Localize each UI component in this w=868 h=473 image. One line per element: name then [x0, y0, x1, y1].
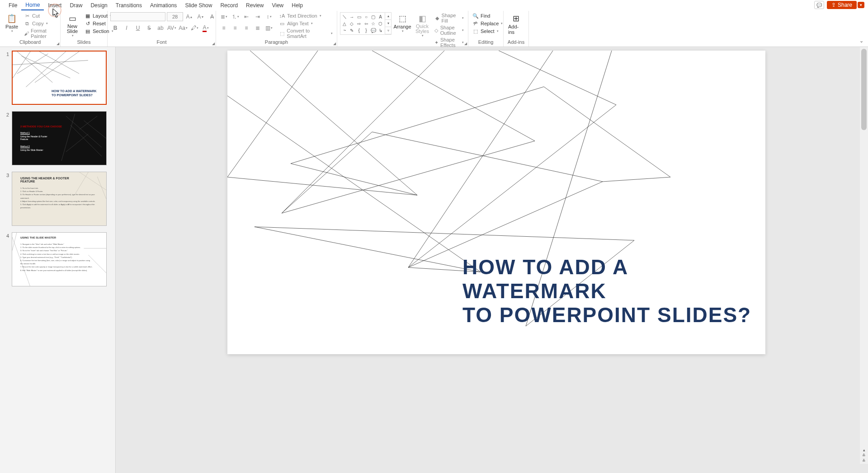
- bullets-button[interactable]: ≣▾: [219, 12, 229, 21]
- drawing-launcher[interactable]: ◢: [464, 42, 467, 46]
- scrollbar-thumb[interactable]: [861, 49, 867, 130]
- columns-button[interactable]: ▥▾: [264, 23, 274, 33]
- arrange-label: Arrange: [393, 24, 411, 29]
- share-dropdown[interactable]: ▾: [858, 2, 864, 8]
- cut-label: Cut: [32, 13, 40, 19]
- group-drawing: ＼ → ▭ ○ ▢ A △ ◇ ⇨ ⇦ ☆ ⬡ ~ ✎ { } 💬: [337, 11, 468, 47]
- font-color-button[interactable]: A▾: [201, 23, 211, 33]
- scroll-up-icon[interactable]: ▴: [863, 448, 865, 452]
- font-size-input[interactable]: [167, 12, 183, 21]
- slide-thumb-3[interactable]: USING THE HEADER & FOOTER FEATURE 1. Go …: [12, 172, 107, 226]
- align-text-button[interactable]: ▭Align Text▾: [278, 20, 334, 27]
- paragraph-launcher[interactable]: ◢: [333, 42, 336, 46]
- svg-line-42: [291, 164, 417, 195]
- char-spacing-button[interactable]: AV▾: [167, 23, 177, 33]
- italic-button[interactable]: I: [122, 23, 132, 33]
- font-launcher[interactable]: ◢: [212, 42, 215, 46]
- scroll-next-slide-icon[interactable]: ≚: [862, 459, 866, 463]
- shrink-font-button[interactable]: A▼: [196, 12, 206, 21]
- tab-design[interactable]: Design: [86, 1, 111, 10]
- slide-thumb-4[interactable]: USING THE SLIDE MASTER 1. Navigate to th…: [12, 232, 107, 286]
- replace-button[interactable]: ᵃ⁄ᵇReplace▾: [471, 20, 504, 27]
- shape-rect-icon: ▭: [356, 14, 363, 20]
- slide-thumbnails-panel[interactable]: 1 HOW TO ADD A WATERMARK TO POWERPOINT S…: [0, 47, 116, 473]
- svg-line-22: [227, 51, 318, 177]
- addins-button[interactable]: ⊞ Add-ins: [506, 12, 526, 36]
- tab-animations[interactable]: Animations: [146, 1, 181, 10]
- shape-outline-label: Shape Outline: [440, 25, 460, 36]
- align-left-button[interactable]: ≡: [219, 23, 229, 33]
- fill-icon: ◆: [434, 15, 440, 21]
- slide-thumb-2[interactable]: 2 METHODS YOU CAN CHOOSE Method 1 Using …: [12, 111, 107, 165]
- line-spacing-button[interactable]: ↕▾: [264, 12, 274, 21]
- format-painter-button[interactable]: 🖌Format Painter: [23, 28, 57, 39]
- shape-fill-button[interactable]: ◆Shape Fill▾: [433, 12, 465, 24]
- thumb-number: 1: [5, 51, 9, 57]
- select-button[interactable]: ⬚Select▾: [471, 28, 504, 35]
- grow-font-button[interactable]: A▲: [184, 12, 194, 21]
- shape-outline-button[interactable]: ◇Shape Outline▾: [433, 24, 465, 36]
- align-right-button[interactable]: ≡: [241, 23, 251, 33]
- text-direction-icon: ↕A: [279, 13, 285, 19]
- clear-format-button[interactable]: A̶: [207, 12, 217, 21]
- tab-transitions[interactable]: Transitions: [112, 1, 146, 10]
- svg-line-24: [282, 51, 444, 213]
- paste-button[interactable]: 📋 Paste ▾: [3, 12, 21, 34]
- comments-button[interactable]: 💬: [814, 1, 824, 9]
- underline-button[interactable]: U: [133, 23, 143, 33]
- align-center-button[interactable]: ≡: [230, 23, 240, 33]
- vertical-scrollbar[interactable]: ▴ ≙ ≚: [860, 47, 868, 464]
- thumb4-title: USING THE SLIDE MASTER: [20, 236, 56, 239]
- editing-group-label: Editing: [471, 39, 500, 46]
- scroll-prev-slide-icon[interactable]: ≙: [862, 453, 866, 458]
- tab-help[interactable]: Help: [288, 1, 307, 10]
- shape-callout-icon: 💬: [370, 27, 377, 33]
- find-button[interactable]: 🔍Find: [471, 12, 504, 19]
- shape-hex-icon: ⬡: [377, 20, 384, 27]
- slide-title-text[interactable]: HOW TO ADD A WATERMARK TO POWERPOINT SLI…: [462, 255, 765, 327]
- share-label: Share: [838, 2, 852, 8]
- text-direction-button[interactable]: ↕AText Direction▾: [278, 12, 334, 19]
- change-case-button[interactable]: Aa▾: [178, 23, 188, 33]
- convert-smartart-button[interactable]: ⬚Convert to SmartArt▾: [278, 28, 334, 39]
- highlight-button[interactable]: 🖍▾: [189, 23, 199, 33]
- shadow-button[interactable]: ab: [156, 23, 165, 33]
- tab-file[interactable]: File: [5, 1, 21, 10]
- shapes-scroll[interactable]: ▴▾▿: [385, 12, 392, 35]
- mouse-cursor: [52, 8, 60, 18]
- increase-indent-button[interactable]: ⇥: [253, 12, 263, 21]
- slide-canvas[interactable]: HOW TO ADD A WATERMARK TO POWERPOINT SLI…: [227, 51, 765, 354]
- svg-line-33: [282, 141, 535, 213]
- group-slides: ▭ New Slide ▾ ▦Layout▾ ↺Reset ▤Section▾ …: [61, 11, 108, 47]
- collapse-ribbon-button[interactable]: ⌄: [859, 38, 863, 44]
- tab-draw[interactable]: Draw: [66, 1, 86, 10]
- tab-view[interactable]: View: [268, 1, 288, 10]
- tab-review[interactable]: Review: [242, 1, 268, 10]
- new-slide-button[interactable]: ▭ New Slide ▾: [63, 12, 81, 38]
- outline-icon: ◇: [434, 27, 439, 33]
- arrange-button[interactable]: ⬚ Arrange▾: [393, 12, 411, 34]
- font-name-input[interactable]: [110, 12, 165, 21]
- shape-brace-icon: {: [356, 27, 363, 33]
- ribbon: 📋 Paste ▾ ✂Cut ⧉Copy▾ 🖌Format Painter Cl…: [0, 11, 868, 47]
- quick-styles-button[interactable]: ◧ Quick Styles▾: [413, 12, 431, 38]
- strike-button[interactable]: S̶: [144, 23, 154, 33]
- tab-home[interactable]: Home: [21, 0, 44, 10]
- svg-line-16: [97, 177, 106, 199]
- justify-button[interactable]: ≣: [253, 23, 263, 33]
- tab-record[interactable]: Record: [216, 1, 242, 10]
- slide-thumb-1[interactable]: HOW TO ADD A WATERMARK TO POWERPOINT SLI…: [12, 51, 107, 105]
- shape-star-icon: ☆: [370, 20, 377, 27]
- thumb2-title: 2 METHODS YOU CAN CHOOSE: [20, 125, 62, 128]
- bold-button[interactable]: B: [110, 23, 120, 33]
- shapes-gallery[interactable]: ＼ → ▭ ○ ▢ A △ ◇ ⇨ ⇦ ☆ ⬡ ~ ✎ { } 💬: [340, 12, 385, 35]
- clipboard-launcher[interactable]: ◢: [57, 42, 59, 46]
- slide-title-line1: HOW TO ADD A WATERMARK: [462, 255, 765, 303]
- tab-slideshow[interactable]: Slide Show: [181, 1, 216, 10]
- share-button[interactable]: ⇪Share: [827, 1, 857, 9]
- copy-button[interactable]: ⧉Copy▾: [23, 20, 57, 27]
- numbering-button[interactable]: ⒈▾: [230, 12, 240, 21]
- svg-line-3: [26, 52, 66, 87]
- slide-editor[interactable]: HOW TO ADD A WATERMARK TO POWERPOINT SLI…: [116, 47, 868, 473]
- decrease-indent-button[interactable]: ⇤: [241, 12, 251, 21]
